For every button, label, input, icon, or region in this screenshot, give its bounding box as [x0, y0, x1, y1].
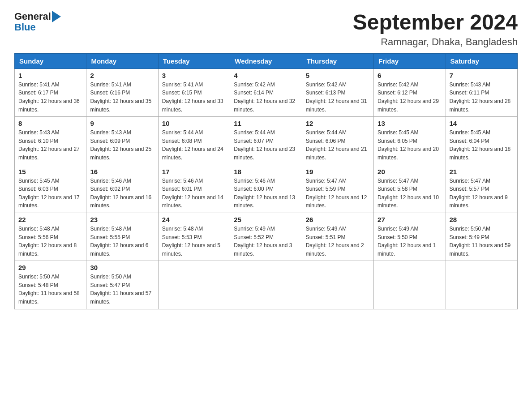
day-info: Sunrise: 5:49 AMSunset: 5:52 PMDaylight:…	[234, 225, 298, 258]
day-number: 5	[306, 72, 370, 79]
day-info: Sunrise: 5:46 AMSunset: 6:02 PMDaylight:…	[90, 177, 154, 210]
calendar-day-cell: 16Sunrise: 5:46 AMSunset: 6:02 PMDayligh…	[86, 165, 158, 213]
calendar-day-cell: 17Sunrise: 5:46 AMSunset: 6:01 PMDayligh…	[158, 165, 230, 213]
day-number: 27	[378, 216, 442, 223]
day-info: Sunrise: 5:46 AMSunset: 6:00 PMDaylight:…	[234, 177, 298, 210]
day-info: Sunrise: 5:43 AMSunset: 6:09 PMDaylight:…	[90, 128, 154, 162]
calendar-subtitle: Ramnagar, Dhaka, Bangladesh	[353, 36, 518, 48]
calendar-day-cell: 11Sunrise: 5:44 AMSunset: 6:07 PMDayligh…	[230, 117, 302, 165]
calendar-week-row: 22Sunrise: 5:48 AMSunset: 5:56 PMDayligh…	[15, 213, 518, 261]
calendar-day-cell	[302, 261, 373, 309]
calendar-day-cell: 8Sunrise: 5:43 AMSunset: 6:10 PMDaylight…	[15, 117, 86, 165]
day-number: 21	[450, 168, 514, 176]
calendar-day-cell: 23Sunrise: 5:48 AMSunset: 5:55 PMDayligh…	[86, 213, 158, 261]
title-block: September 2024 Ramnagar, Dhaka, Banglade…	[353, 11, 518, 48]
day-number: 8	[18, 120, 82, 127]
calendar-day-cell: 28Sunrise: 5:50 AMSunset: 5:49 PMDayligh…	[446, 213, 517, 261]
day-number: 29	[18, 264, 82, 271]
day-info: Sunrise: 5:47 AMSunset: 5:57 PMDaylight:…	[450, 177, 514, 210]
day-number: 7	[450, 72, 514, 79]
calendar-day-cell: 12Sunrise: 5:44 AMSunset: 6:06 PMDayligh…	[302, 117, 373, 165]
calendar-header-thursday: Thursday	[302, 53, 373, 68]
day-info: Sunrise: 5:43 AMSunset: 6:11 PMDaylight:…	[450, 81, 514, 114]
day-info: Sunrise: 5:41 AMSunset: 6:16 PMDaylight:…	[90, 81, 154, 114]
day-info: Sunrise: 5:44 AMSunset: 6:06 PMDaylight:…	[306, 128, 370, 162]
calendar-day-cell: 27Sunrise: 5:49 AMSunset: 5:50 PMDayligh…	[374, 213, 446, 261]
calendar-day-cell: 7Sunrise: 5:43 AMSunset: 6:11 PMDaylight…	[446, 68, 517, 116]
calendar-day-cell	[158, 261, 230, 309]
day-number: 20	[378, 168, 442, 176]
calendar-day-cell: 9Sunrise: 5:43 AMSunset: 6:09 PMDaylight…	[86, 117, 158, 165]
day-number: 6	[378, 72, 442, 79]
day-number: 26	[306, 216, 370, 223]
day-number: 16	[90, 168, 154, 176]
day-info: Sunrise: 5:45 AMSunset: 6:05 PMDaylight:…	[378, 128, 442, 162]
day-number: 15	[18, 168, 82, 176]
calendar-day-cell: 3Sunrise: 5:41 AMSunset: 6:15 PMDaylight…	[158, 68, 230, 116]
calendar-day-cell: 5Sunrise: 5:42 AMSunset: 6:13 PMDaylight…	[302, 68, 373, 116]
day-number: 3	[162, 72, 226, 79]
calendar-day-cell: 26Sunrise: 5:49 AMSunset: 5:51 PMDayligh…	[302, 213, 373, 261]
day-info: Sunrise: 5:50 AMSunset: 5:47 PMDaylight:…	[90, 273, 154, 306]
calendar-header-saturday: Saturday	[446, 53, 517, 68]
day-number: 4	[234, 72, 298, 79]
day-number: 13	[378, 120, 442, 127]
day-number: 10	[162, 120, 226, 127]
calendar-day-cell: 18Sunrise: 5:46 AMSunset: 6:00 PMDayligh…	[230, 165, 302, 213]
calendar-week-row: 15Sunrise: 5:45 AMSunset: 6:03 PMDayligh…	[15, 165, 518, 213]
day-number: 12	[306, 120, 370, 127]
day-info: Sunrise: 5:47 AMSunset: 5:58 PMDaylight:…	[378, 177, 442, 210]
logo-arrow-icon	[52, 11, 61, 22]
calendar-day-cell: 1Sunrise: 5:41 AMSunset: 6:17 PMDaylight…	[15, 68, 86, 116]
calendar-day-cell: 30Sunrise: 5:50 AMSunset: 5:47 PMDayligh…	[86, 261, 158, 309]
calendar-title: September 2024	[353, 11, 518, 34]
calendar-week-row: 8Sunrise: 5:43 AMSunset: 6:10 PMDaylight…	[15, 117, 518, 165]
calendar-header-friday: Friday	[374, 53, 446, 68]
day-info: Sunrise: 5:49 AMSunset: 5:50 PMDaylight:…	[378, 225, 442, 258]
day-number: 23	[90, 216, 154, 223]
day-info: Sunrise: 5:43 AMSunset: 6:10 PMDaylight:…	[18, 128, 82, 162]
day-info: Sunrise: 5:46 AMSunset: 6:01 PMDaylight:…	[162, 177, 226, 210]
day-info: Sunrise: 5:47 AMSunset: 5:59 PMDaylight:…	[306, 177, 370, 210]
calendar-header-monday: Monday	[86, 53, 158, 68]
calendar-day-cell: 4Sunrise: 5:42 AMSunset: 6:14 PMDaylight…	[230, 68, 302, 116]
day-number: 28	[450, 216, 514, 223]
calendar-day-cell: 2Sunrise: 5:41 AMSunset: 6:16 PMDaylight…	[86, 68, 158, 116]
calendar-day-cell: 20Sunrise: 5:47 AMSunset: 5:58 PMDayligh…	[374, 165, 446, 213]
calendar-day-cell: 15Sunrise: 5:45 AMSunset: 6:03 PMDayligh…	[15, 165, 86, 213]
day-info: Sunrise: 5:45 AMSunset: 6:04 PMDaylight:…	[450, 128, 514, 162]
calendar-week-row: 29Sunrise: 5:50 AMSunset: 5:48 PMDayligh…	[15, 261, 518, 309]
day-number: 30	[90, 264, 154, 271]
calendar-header-tuesday: Tuesday	[158, 53, 230, 68]
day-number: 11	[234, 120, 298, 127]
day-number: 24	[162, 216, 226, 223]
calendar-day-cell: 13Sunrise: 5:45 AMSunset: 6:05 PMDayligh…	[374, 117, 446, 165]
calendar-day-cell: 10Sunrise: 5:44 AMSunset: 6:08 PMDayligh…	[158, 117, 230, 165]
calendar-day-cell	[374, 261, 446, 309]
calendar-header-row: SundayMondayTuesdayWednesdayThursdayFrid…	[15, 53, 518, 68]
calendar-day-cell: 14Sunrise: 5:45 AMSunset: 6:04 PMDayligh…	[446, 117, 517, 165]
calendar-table: SundayMondayTuesdayWednesdayThursdayFrid…	[14, 53, 518, 309]
day-info: Sunrise: 5:49 AMSunset: 5:51 PMDaylight:…	[306, 225, 370, 258]
logo: General Blue	[14, 11, 61, 33]
day-number: 9	[90, 120, 154, 127]
day-info: Sunrise: 5:42 AMSunset: 6:14 PMDaylight:…	[234, 81, 298, 114]
calendar-day-cell: 21Sunrise: 5:47 AMSunset: 5:57 PMDayligh…	[446, 165, 517, 213]
day-number: 1	[18, 72, 82, 79]
calendar-day-cell: 29Sunrise: 5:50 AMSunset: 5:48 PMDayligh…	[15, 261, 86, 309]
calendar-day-cell: 6Sunrise: 5:42 AMSunset: 6:12 PMDaylight…	[374, 68, 446, 116]
calendar-day-cell: 25Sunrise: 5:49 AMSunset: 5:52 PMDayligh…	[230, 213, 302, 261]
calendar-day-cell: 19Sunrise: 5:47 AMSunset: 5:59 PMDayligh…	[302, 165, 373, 213]
logo-text-blue: Blue	[14, 21, 36, 33]
day-info: Sunrise: 5:48 AMSunset: 5:53 PMDaylight:…	[162, 225, 226, 258]
day-number: 17	[162, 168, 226, 176]
day-number: 2	[90, 72, 154, 79]
calendar-day-cell	[230, 261, 302, 309]
day-info: Sunrise: 5:50 AMSunset: 5:49 PMDaylight:…	[450, 225, 514, 258]
day-info: Sunrise: 5:45 AMSunset: 6:03 PMDaylight:…	[18, 177, 82, 210]
day-info: Sunrise: 5:50 AMSunset: 5:48 PMDaylight:…	[18, 273, 82, 306]
calendar-header-wednesday: Wednesday	[230, 53, 302, 68]
day-number: 22	[18, 216, 82, 223]
day-info: Sunrise: 5:41 AMSunset: 6:17 PMDaylight:…	[18, 81, 82, 114]
day-info: Sunrise: 5:44 AMSunset: 6:07 PMDaylight:…	[234, 128, 298, 162]
